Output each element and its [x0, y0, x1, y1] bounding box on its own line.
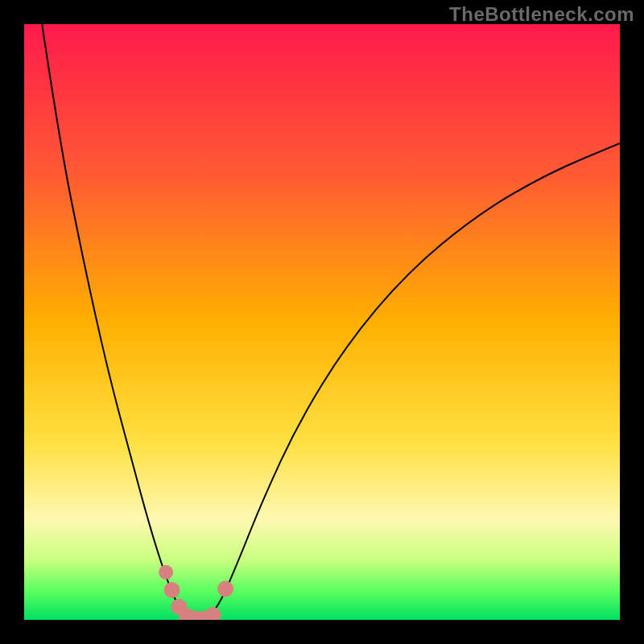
- chart-background: [24, 24, 620, 620]
- bottleneck-chart: [24, 24, 620, 620]
- marker-left-2: [164, 582, 180, 598]
- marker-right-1: [217, 581, 233, 597]
- marker-left-1: [159, 565, 173, 580]
- watermark-text: TheBottleneck.com: [449, 3, 634, 26]
- chart-frame: TheBottleneck.com: [0, 0, 644, 644]
